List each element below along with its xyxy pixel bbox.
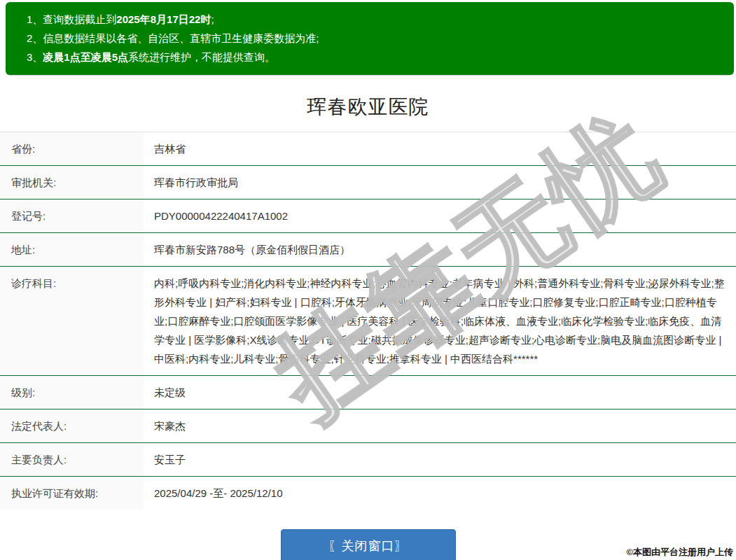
row-value: 珲春市行政审批局 (144, 166, 736, 199)
notice-line-2: 2、信息数据结果以各省、自治区、直辖市卫生健康委数据为准; (27, 29, 720, 48)
table-row-registration-number: 登记号: PDY00000422240417A1002 (0, 200, 736, 233)
row-value: 安玉子 (144, 443, 736, 476)
page-title: 珲春欧亚医院 (0, 94, 736, 120)
row-value: 内科;呼吸内科专业;消化内科专业;神经内科专业;心血管内科专业;老年病专业 | … (144, 267, 736, 375)
table-row-license-validity: 执业许可证有效期: 2025/04/29 -至- 2025/12/10 (0, 477, 736, 510)
row-label: 诊疗科目: (0, 267, 144, 375)
table-row-province: 省份: 吉林省 (0, 132, 736, 166)
row-value: 宋豪杰 (144, 410, 736, 442)
notice-banner: 1、查询数据截止到2025年8月17日22时; 2、信息数据结果以各省、自治区、… (6, 2, 734, 75)
row-value: PDY00000422240417A1002 (144, 200, 736, 232)
row-label: 地址: (0, 233, 144, 266)
row-value: 吉林省 (144, 132, 736, 165)
notice-line-1: 1、查询数据截止到2025年8月17日22时; (27, 10, 720, 29)
row-label: 主要负责人: (0, 443, 144, 476)
notice-tail: 系统进行维护，不能提供查询。 (128, 51, 275, 63)
table-row-level: 级别: 未定级 (0, 376, 736, 410)
notice-tail: ; (211, 13, 214, 25)
notice-text: 1、查询数据截止到 (27, 13, 116, 25)
row-value: 2025/04/29 -至- 2025/12/10 (144, 477, 736, 510)
row-value: 珲春市新安路788号（原金佰利假日酒店） (144, 233, 736, 266)
table-row-clinical-departments: 诊疗科目: 内科;呼吸内科专业;消化内科专业;神经内科专业;心血管内科专业;老年… (0, 267, 736, 376)
row-label: 省份: (0, 132, 144, 165)
hospital-info-table: 省份: 吉林省 审批机关: 珲春市行政审批局 登记号: PDY000004222… (0, 132, 736, 510)
close-window-button[interactable]: 〖关闭窗口〗 (281, 529, 456, 560)
row-value: 未定级 (144, 376, 736, 409)
table-row-address: 地址: 珲春市新安路788号（原金佰利假日酒店） (0, 233, 736, 267)
notice-text: 2、信息数据结果以各省、自治区、直辖市卫生健康委数据为准; (27, 32, 319, 44)
notice-bold-text: 2025年8月17日22时 (116, 13, 211, 25)
table-row-approval-authority: 审批机关: 珲春市行政审批局 (0, 166, 736, 200)
row-label: 审批机关: (0, 166, 144, 199)
row-label: 执业许可证有效期: (0, 477, 144, 510)
notice-line-3: 3、凌晨1点至凌晨5点系统进行维护，不能提供查询。 (27, 48, 720, 66)
upload-credit: ©本图由平台注册用户上传 (626, 546, 733, 559)
table-row-main-person-in-charge: 主要负责人: 安玉子 (0, 443, 736, 477)
notice-text: 3、 (27, 51, 43, 63)
table-row-legal-representative: 法定代表人: 宋豪杰 (0, 410, 736, 443)
row-label: 法定代表人: (0, 410, 144, 442)
row-label: 登记号: (0, 200, 144, 232)
row-label: 级别: (0, 376, 144, 409)
notice-bold-text: 凌晨1点至凌晨5点 (43, 51, 128, 63)
